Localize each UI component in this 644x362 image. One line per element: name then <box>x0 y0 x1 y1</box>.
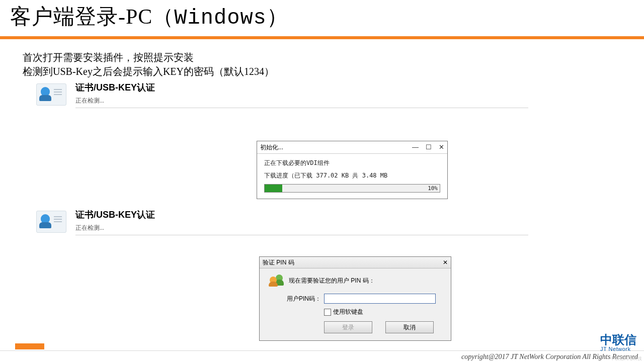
pin-input-label: 用户PIN码： <box>281 295 321 303</box>
title-platform: Windows <box>174 6 266 30</box>
footer-divider <box>0 350 644 351</box>
login-button[interactable]: 登录 <box>324 321 372 333</box>
logo-cn: 中联信 <box>600 334 636 346</box>
pin-dialog-titlebar[interactable]: 验证 PIN 码 ✕ <box>260 257 451 268</box>
users-icon <box>270 275 284 287</box>
title-text-cn: 客户端登录-PC（ <box>10 5 174 28</box>
cert-status: 正在检测... <box>75 224 155 232</box>
footer-accent <box>15 343 44 349</box>
init-dialog-progress-text: 下载进度（已下载 377.02 KB 共 3.48 MB <box>264 171 440 180</box>
cert-divider <box>75 108 528 108</box>
close-button[interactable]: ✕ <box>443 257 448 268</box>
cert-divider <box>75 235 528 235</box>
minimize-button[interactable]: — <box>412 141 419 153</box>
title-divider <box>0 36 644 39</box>
progress-fill <box>265 185 282 192</box>
cancel-button[interactable]: 取消 <box>385 321 434 333</box>
cert-title: 证书/USB-KEY认证 <box>75 81 155 94</box>
cert-status: 正在检测... <box>75 97 155 105</box>
pin-input[interactable] <box>324 294 436 304</box>
maximize-button[interactable]: ☐ <box>426 141 432 153</box>
init-dialog-titlebar[interactable]: 初始化... — ☐ ✕ <box>257 141 447 154</box>
user-card-icon <box>36 211 66 233</box>
cert-header-1: 证书/USB-KEY认证 正在检测... <box>31 81 542 106</box>
body-line-1: 首次打开需要安装插件，按照提示安装 <box>23 50 274 64</box>
init-dialog-title: 初始化... <box>260 141 283 153</box>
pin-dialog-message: 现在需要验证您的用户 PIN 码： <box>289 277 375 285</box>
cert-header-2: 证书/USB-KEY认证 正在检测... <box>31 209 542 233</box>
cert-title: 证书/USB-KEY认证 <box>75 209 155 221</box>
progress-bar: 10% <box>264 184 440 193</box>
pin-dialog-title: 验证 PIN 码 <box>263 257 294 268</box>
user-card-icon <box>36 83 66 106</box>
init-dialog: 初始化... — ☐ ✕ 正在下载必要的VDI组件 下载进度（已下载 377.0… <box>257 141 448 199</box>
logo-en: JT Network <box>600 346 636 352</box>
soft-keyboard-label: 使用软键盘 <box>333 308 363 316</box>
init-dialog-message: 正在下载必要的VDI组件 <box>264 159 440 167</box>
company-logo: 中联信 JT Network <box>600 334 636 352</box>
watermark: 中联信网络科技 <box>610 355 642 362</box>
slide-title: 客户端登录-PC（Windows） <box>10 3 288 31</box>
close-button[interactable]: ✕ <box>439 141 444 153</box>
soft-keyboard-checkbox[interactable] <box>324 309 331 316</box>
body-line-2: 检测到USB-Key之后会提示输入KEY的密码（默认1234） <box>23 64 274 78</box>
body-text: 首次打开需要安装插件，按照提示安装 检测到USB-Key之后会提示输入KEY的密… <box>23 50 274 78</box>
title-suffix: ） <box>267 5 288 28</box>
progress-percent: 10% <box>428 185 438 192</box>
pin-dialog: 验证 PIN 码 ✕ 现在需要验证您的用户 PIN 码： 用户PIN码： 使用软… <box>259 256 451 341</box>
